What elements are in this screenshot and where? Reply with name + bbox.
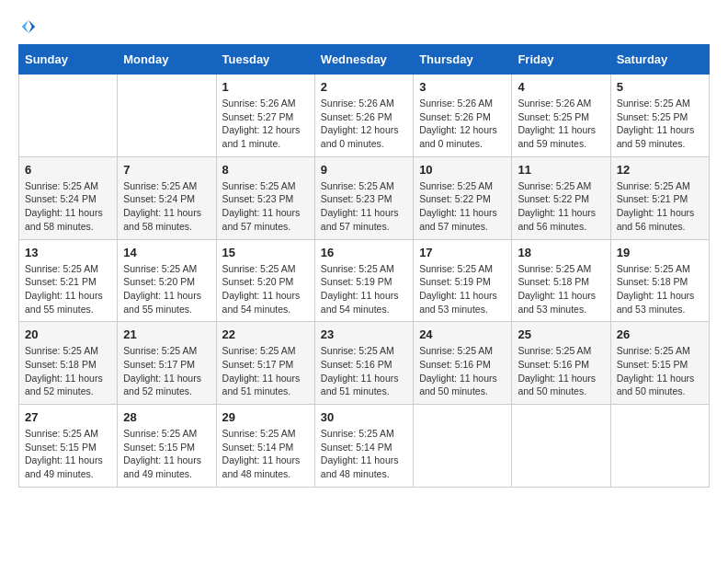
day-info: Sunrise: 5:25 AM Sunset: 5:22 PM Dayligh… xyxy=(419,179,506,234)
day-number: 3 xyxy=(419,80,506,94)
day-info: Sunrise: 5:25 AM Sunset: 5:18 PM Dayligh… xyxy=(617,262,703,316)
day-number: 22 xyxy=(222,327,309,341)
day-number: 8 xyxy=(222,163,309,177)
day-of-week-header: Sunday xyxy=(19,45,118,75)
day-number: 18 xyxy=(518,246,604,259)
day-of-week-header: Friday xyxy=(512,45,610,75)
day-number: 26 xyxy=(617,327,703,341)
day-of-week-header: Tuesday xyxy=(216,45,314,75)
page-header xyxy=(18,18,710,29)
day-number: 28 xyxy=(123,410,210,424)
day-number: 21 xyxy=(123,327,210,341)
calendar-cell: 2Sunrise: 5:26 AM Sunset: 5:26 PM Daylig… xyxy=(314,75,413,157)
day-info: Sunrise: 5:25 AM Sunset: 5:20 PM Dayligh… xyxy=(123,262,210,316)
day-number: 7 xyxy=(123,163,210,177)
day-info: Sunrise: 5:26 AM Sunset: 5:26 PM Dayligh… xyxy=(321,97,407,151)
calendar-cell: 28Sunrise: 5:25 AM Sunset: 5:15 PM Dayli… xyxy=(118,405,216,488)
calendar-cell: 3Sunrise: 5:26 AM Sunset: 5:26 PM Daylig… xyxy=(414,75,512,157)
calendar-cell: 6Sunrise: 5:25 AM Sunset: 5:24 PM Daylig… xyxy=(19,156,118,239)
day-info: Sunrise: 5:25 AM Sunset: 5:15 PM Dayligh… xyxy=(617,344,703,398)
calendar-cell: 13Sunrise: 5:25 AM Sunset: 5:21 PM Dayli… xyxy=(19,239,118,322)
calendar-cell xyxy=(512,405,610,488)
day-number: 6 xyxy=(25,163,111,177)
day-number: 2 xyxy=(321,80,407,94)
calendar-cell: 20Sunrise: 5:25 AM Sunset: 5:18 PM Dayli… xyxy=(19,322,118,405)
day-info: Sunrise: 5:25 AM Sunset: 5:22 PM Dayligh… xyxy=(518,179,604,234)
day-number: 19 xyxy=(617,246,703,259)
day-info: Sunrise: 5:25 AM Sunset: 5:23 PM Dayligh… xyxy=(222,179,309,234)
day-of-week-header: Wednesday xyxy=(314,45,413,75)
day-number: 29 xyxy=(222,410,309,424)
calendar-cell: 30Sunrise: 5:25 AM Sunset: 5:14 PM Dayli… xyxy=(314,405,413,488)
calendar-cell: 5Sunrise: 5:25 AM Sunset: 5:25 PM Daylig… xyxy=(610,75,709,157)
day-info: Sunrise: 5:26 AM Sunset: 5:25 PM Dayligh… xyxy=(518,97,604,151)
day-info: Sunrise: 5:25 AM Sunset: 5:17 PM Dayligh… xyxy=(123,344,210,398)
calendar-cell xyxy=(118,75,216,157)
day-info: Sunrise: 5:25 AM Sunset: 5:19 PM Dayligh… xyxy=(419,262,506,316)
calendar-cell: 29Sunrise: 5:25 AM Sunset: 5:14 PM Dayli… xyxy=(216,405,314,488)
day-info: Sunrise: 5:25 AM Sunset: 5:24 PM Dayligh… xyxy=(123,179,210,234)
day-info: Sunrise: 5:25 AM Sunset: 5:17 PM Dayligh… xyxy=(222,344,309,398)
day-number: 5 xyxy=(617,80,703,94)
day-number: 4 xyxy=(518,80,604,94)
calendar-cell: 1Sunrise: 5:26 AM Sunset: 5:27 PM Daylig… xyxy=(216,75,314,157)
day-info: Sunrise: 5:25 AM Sunset: 5:16 PM Dayligh… xyxy=(419,344,506,398)
calendar-cell: 19Sunrise: 5:25 AM Sunset: 5:18 PM Dayli… xyxy=(610,239,709,322)
calendar-week-row: 6Sunrise: 5:25 AM Sunset: 5:24 PM Daylig… xyxy=(19,156,710,239)
day-info: Sunrise: 5:25 AM Sunset: 5:16 PM Dayligh… xyxy=(321,344,407,398)
calendar-cell: 9Sunrise: 5:25 AM Sunset: 5:23 PM Daylig… xyxy=(314,156,413,239)
calendar-week-row: 1Sunrise: 5:26 AM Sunset: 5:27 PM Daylig… xyxy=(19,75,710,157)
calendar-cell: 21Sunrise: 5:25 AM Sunset: 5:17 PM Dayli… xyxy=(118,322,216,405)
calendar-cell: 18Sunrise: 5:25 AM Sunset: 5:18 PM Dayli… xyxy=(512,239,610,322)
calendar-cell xyxy=(19,75,118,157)
day-info: Sunrise: 5:25 AM Sunset: 5:19 PM Dayligh… xyxy=(321,262,407,316)
day-info: Sunrise: 5:25 AM Sunset: 5:21 PM Dayligh… xyxy=(25,262,111,316)
day-number: 16 xyxy=(321,246,407,259)
calendar-week-row: 27Sunrise: 5:25 AM Sunset: 5:15 PM Dayli… xyxy=(19,405,710,488)
calendar-cell: 26Sunrise: 5:25 AM Sunset: 5:15 PM Dayli… xyxy=(610,322,709,405)
calendar-cell: 27Sunrise: 5:25 AM Sunset: 5:15 PM Dayli… xyxy=(19,405,118,488)
day-number: 25 xyxy=(518,327,604,341)
day-of-week-header: Thursday xyxy=(414,45,512,75)
day-info: Sunrise: 5:25 AM Sunset: 5:21 PM Dayligh… xyxy=(617,179,703,234)
day-info: Sunrise: 5:25 AM Sunset: 5:15 PM Dayligh… xyxy=(25,427,111,481)
day-number: 27 xyxy=(25,410,111,424)
calendar-cell: 17Sunrise: 5:25 AM Sunset: 5:19 PM Dayli… xyxy=(414,239,512,322)
calendar-header-row: SundayMondayTuesdayWednesdayThursdayFrid… xyxy=(19,45,710,75)
day-number: 9 xyxy=(321,163,407,177)
day-number: 17 xyxy=(419,246,506,259)
day-info: Sunrise: 5:25 AM Sunset: 5:14 PM Dayligh… xyxy=(222,427,309,481)
day-number: 15 xyxy=(222,246,309,259)
day-number: 24 xyxy=(419,327,506,341)
calendar-cell: 14Sunrise: 5:25 AM Sunset: 5:20 PM Dayli… xyxy=(118,239,216,322)
day-number: 23 xyxy=(321,327,407,341)
day-info: Sunrise: 5:26 AM Sunset: 5:27 PM Dayligh… xyxy=(222,97,309,151)
svg-marker-1 xyxy=(22,20,28,33)
day-info: Sunrise: 5:25 AM Sunset: 5:15 PM Dayligh… xyxy=(123,427,210,481)
day-info: Sunrise: 5:25 AM Sunset: 5:20 PM Dayligh… xyxy=(222,262,309,316)
logo xyxy=(18,18,37,29)
calendar-cell xyxy=(414,405,512,488)
day-info: Sunrise: 5:25 AM Sunset: 5:24 PM Dayligh… xyxy=(25,179,111,234)
calendar-cell xyxy=(610,405,709,488)
day-number: 14 xyxy=(123,246,210,259)
calendar-cell: 12Sunrise: 5:25 AM Sunset: 5:21 PM Dayli… xyxy=(610,156,709,239)
day-number: 12 xyxy=(617,163,703,177)
day-number: 11 xyxy=(518,163,604,177)
day-number: 13 xyxy=(25,246,111,259)
day-info: Sunrise: 5:25 AM Sunset: 5:16 PM Dayligh… xyxy=(518,344,604,398)
day-info: Sunrise: 5:25 AM Sunset: 5:18 PM Dayligh… xyxy=(25,344,111,398)
calendar-week-row: 20Sunrise: 5:25 AM Sunset: 5:18 PM Dayli… xyxy=(19,322,710,405)
day-info: Sunrise: 5:25 AM Sunset: 5:25 PM Dayligh… xyxy=(617,97,703,151)
day-info: Sunrise: 5:25 AM Sunset: 5:23 PM Dayligh… xyxy=(321,179,407,234)
calendar-cell: 8Sunrise: 5:25 AM Sunset: 5:23 PM Daylig… xyxy=(216,156,314,239)
day-number: 10 xyxy=(419,163,506,177)
logo-icon xyxy=(20,18,37,35)
calendar-cell: 15Sunrise: 5:25 AM Sunset: 5:20 PM Dayli… xyxy=(216,239,314,322)
calendar-cell: 25Sunrise: 5:25 AM Sunset: 5:16 PM Dayli… xyxy=(512,322,610,405)
calendar-cell: 24Sunrise: 5:25 AM Sunset: 5:16 PM Dayli… xyxy=(414,322,512,405)
calendar-cell: 23Sunrise: 5:25 AM Sunset: 5:16 PM Dayli… xyxy=(314,322,413,405)
day-of-week-header: Saturday xyxy=(610,45,709,75)
calendar-cell: 22Sunrise: 5:25 AM Sunset: 5:17 PM Dayli… xyxy=(216,322,314,405)
day-number: 1 xyxy=(222,80,309,94)
